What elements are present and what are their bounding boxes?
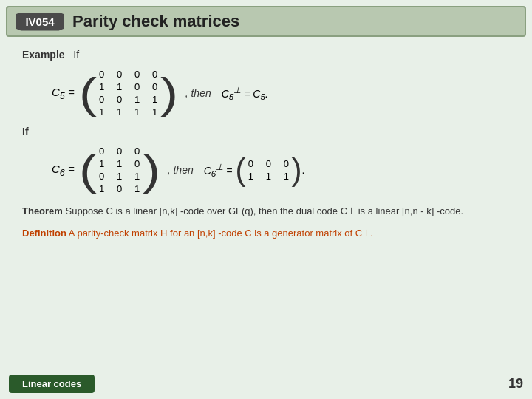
matrix1-grid: 0000 1100 0011 1111 — [97, 69, 160, 117]
matrix2-grid: 000 110 011 101 — [97, 146, 143, 194]
right-bracket-1: ) — [160, 72, 178, 115]
left-bracket-2: ( — [79, 149, 97, 191]
matrix3-grid: 000 111 — [245, 158, 291, 182]
math-block-2: C6 = ( 000 110 011 101 ) , then C6⊥ = ( … — [52, 143, 510, 197]
header-badge: IV054 — [16, 13, 64, 31]
c5-result: C5⊥ = C5. — [222, 85, 268, 101]
left-bracket-3: ( — [235, 154, 245, 185]
theorem-block: Theorem Suppose C is a linear [n,k] -cod… — [22, 204, 510, 219]
period: . — [301, 164, 304, 176]
right-bracket-2: ) — [143, 149, 160, 191]
c6-label: C6 = — [52, 163, 75, 178]
footer: Linear codes 19 — [0, 375, 532, 393]
theorem-label: Theorem — [22, 205, 63, 216]
left-bracket-1: ( — [79, 72, 97, 115]
definition-block: Definition A parity-check matrix H for a… — [22, 226, 510, 241]
matrix1-container: ( 0000 1100 0011 1111 ) — [79, 66, 178, 120]
then-text-1: , then — [185, 87, 211, 99]
example-label: Example If — [22, 49, 510, 61]
content-area: Example If C5 = ( 0000 1100 0011 1111 ) … — [0, 43, 532, 246]
matrix2-container: ( 000 110 011 101 ) — [79, 143, 160, 197]
header: IV054 Parity check matrices — [6, 6, 526, 37]
footer-badge: Linear codes — [9, 375, 95, 393]
c6-perp-label: C6⊥ = — [204, 162, 233, 178]
page-number: 19 — [508, 376, 523, 392]
definition-text: A parity-check matrix H for an [n,k] -co… — [69, 228, 373, 239]
if-label-2: If — [22, 126, 510, 137]
c5-label: C5 = — [52, 86, 75, 101]
then-text-2: , then — [168, 164, 194, 176]
right-bracket-3: ) — [291, 154, 301, 185]
math-block-1: C5 = ( 0000 1100 0011 1111 ) , then C5⊥ … — [52, 66, 510, 120]
header-title: Parity check matrices — [72, 12, 239, 31]
theorem-text: Suppose C is a linear [n,k] -code over G… — [66, 205, 463, 216]
definition-label: Definition — [22, 228, 66, 239]
matrix3-container: ( 000 111 ) — [235, 154, 301, 185]
